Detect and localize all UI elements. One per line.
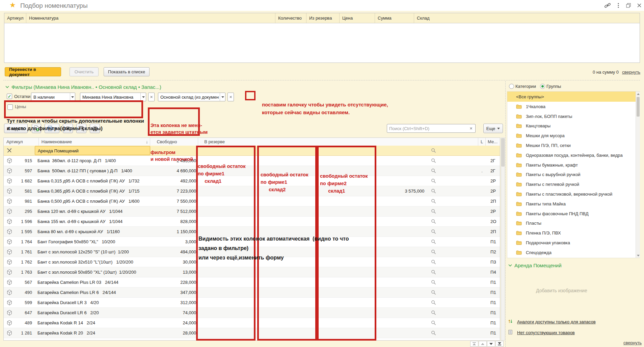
collapse-bottom-link[interactable]: свернуть	[623, 340, 642, 345]
group-item[interactable]: Мешки для мусора	[507, 131, 640, 141]
group-item[interactable]: Канцтовары	[507, 121, 640, 131]
person-dropdown-button[interactable]	[140, 93, 146, 101]
warehouse-filter-combo[interactable]	[158, 93, 225, 101]
search-field[interactable]	[389, 126, 465, 131]
group-item[interactable]: Пакеты фасовочные ПНД ПВД	[507, 209, 640, 219]
table-row[interactable]: 981Банка 0,500 д95 А ОСВ с пломбой (Г/К)…	[4, 196, 500, 206]
person-filter-clear-button[interactable]: ✕	[148, 93, 155, 101]
analogs-link[interactable]: Аналоги доступны только для запасов	[517, 319, 596, 324]
restore-window-icon[interactable]	[624, 2, 633, 9]
page-down-button[interactable]	[487, 341, 495, 347]
group-item[interactable]: Пласты	[507, 219, 640, 228]
sort-descending-icon[interactable]: ↓	[146, 139, 148, 146]
table-row[interactable]: 647Батарейка Duracell LR 6 2/2074,000П1	[4, 308, 500, 318]
table-row[interactable]: 581Банка 0,365 д95 А ОСВ с пломбой (Г/К)…	[4, 186, 500, 196]
related-items-link[interactable]: Нет сопутствующих товаров	[517, 330, 575, 335]
magnifier-icon[interactable]	[428, 298, 478, 307]
scroll-down-button[interactable]	[636, 253, 640, 258]
grid-scrollbar[interactable]	[501, 138, 505, 341]
magnifier-icon[interactable]	[428, 166, 478, 176]
magnifier-icon[interactable]	[428, 176, 478, 186]
table-row[interactable]: 490Батарейка Camelion Plus LR 6 24/14434…	[4, 288, 500, 298]
column-header-l[interactable]: L	[478, 138, 486, 146]
person-filter-combo[interactable]	[80, 93, 146, 101]
table-row[interactable]: 1 281Батарейка Kodak R 20 2/2428,000П1	[4, 328, 500, 338]
table-row[interactable]: 915Банка 360мл. d-112 прозр. Д-П 1/4002 …	[4, 156, 500, 166]
pick-column-header-6[interactable]: Сумма	[375, 13, 414, 23]
group-item[interactable]: Зип-лок, БОПП пакеты	[507, 111, 640, 121]
pick-column-header-5[interactable]: Цена	[340, 13, 375, 23]
table-row[interactable]: 489Батарейка Kodak R 14 2/2424,000П1	[4, 318, 500, 328]
all-groups-item[interactable]: <Все группы>	[507, 92, 640, 102]
add-image-placeholder[interactable]: Добавить изображение	[536, 288, 587, 293]
group-item[interactable]: Пакеты с петлевой ручкой	[507, 179, 640, 189]
table-row[interactable]: 1 596Банка 155 мл. d-69 с крышкой АУ 1/1…	[4, 217, 500, 227]
groups-radio[interactable]	[540, 84, 545, 89]
group-item[interactable]: Пленка П/Э, ПВХ	[507, 228, 640, 238]
pick-column-header-2[interactable]: Номенклатура	[26, 13, 275, 23]
column-header-me[interactable]: Ме...	[486, 138, 500, 146]
table-row[interactable]: 1 763Бант с зол.полосой 50x850 "XL" (10ш…	[4, 267, 500, 277]
magnifier-icon[interactable]	[428, 156, 478, 166]
favorite-star-icon[interactable]: ★	[9, 1, 16, 9]
pick-column-header-7[interactable]: Склад	[414, 13, 640, 23]
table-row[interactable]: 1 762Бант с зол.полосой 32x510 "L"(10шт)…	[4, 257, 500, 267]
magnifier-icon[interactable]	[428, 146, 478, 155]
table-row[interactable]: 41Батарейка Kodak R 3 4/40/200480,000П1	[4, 338, 500, 340]
transfer-to-document-button[interactable]: Перенести в документ	[5, 67, 61, 76]
magnifier-icon[interactable]	[428, 318, 478, 328]
clear-button[interactable]: Очистить	[70, 67, 99, 76]
group-item[interactable]: Мешки П/Э, ПП, сетки	[507, 141, 640, 150]
magnifier-icon[interactable]	[428, 257, 478, 267]
go-first-button[interactable]	[470, 341, 478, 347]
table-row[interactable]: 1 682Банка 0,315 д95 А ОСВ с пломбой (Г/…	[4, 176, 500, 186]
scroll-up-button[interactable]	[636, 92, 640, 96]
more-menu-icon[interactable]	[614, 2, 622, 9]
table-row[interactable]: 567Батарейка Camelion Plus LR 03 24/1442…	[4, 277, 500, 288]
magnifier-icon[interactable]	[428, 206, 478, 216]
group-item[interactable]: 1Чкалова	[507, 102, 640, 111]
table-row[interactable]: 295Банка 120 мл. d-69 с крышкой АУ 1/104…	[4, 206, 500, 217]
magnifier-icon[interactable]	[428, 308, 478, 318]
table-row[interactable]: 1 595Банка 80 мл. d-69 с крышкой АУ 1/11…	[4, 227, 500, 237]
magnifier-icon[interactable]	[428, 227, 478, 237]
pick-column-header-1[interactable]: Артикул	[4, 13, 26, 23]
group-item[interactable]: Пакеты с пластиковой, веревочной ручкой	[507, 189, 640, 199]
detail-section-toggle[interactable]: Аренда Помещений	[508, 263, 562, 268]
group-item[interactable]: Пакеты бумажные, крафт	[507, 160, 640, 170]
pick-column-header-3[interactable]: Количество	[275, 13, 306, 23]
table-row[interactable]: Аренда Помещений	[4, 146, 500, 156]
magnifier-icon[interactable]	[428, 247, 478, 257]
availability-dropdown-button[interactable]	[70, 93, 75, 101]
go-last-button[interactable]	[495, 341, 504, 347]
pick-table-body[interactable]	[4, 23, 640, 63]
magnifier-icon[interactable]	[428, 267, 478, 277]
warehouse-filter-clear-button[interactable]: ✕	[227, 93, 234, 101]
table-row[interactable]: 1 761Бант с зол.полосой 12x250 "S" (10 ш…	[4, 247, 500, 257]
magnifier-icon[interactable]	[428, 277, 478, 287]
page-up-button[interactable]	[479, 341, 487, 347]
pick-column-header-4[interactable]: Из резерва	[306, 13, 340, 23]
grid-scrollbar-thumb[interactable]	[501, 138, 505, 167]
magnifier-icon[interactable]	[428, 186, 478, 196]
availability-select[interactable]	[31, 93, 75, 101]
get-link-icon[interactable]	[603, 2, 612, 9]
magnifier-icon[interactable]	[428, 288, 478, 297]
magnifier-icon[interactable]	[428, 237, 478, 247]
group-item[interactable]: Спецодежда	[507, 248, 640, 257]
categories-radio[interactable]	[509, 84, 514, 89]
group-item[interactable]: Пакеты типа Майка	[507, 199, 640, 209]
group-item[interactable]: Пакеты с вырубной ручкой	[507, 170, 640, 180]
table-row[interactable]: 1 764Бант Голография 50x850 "XL" 10/2003…	[4, 237, 500, 247]
table-row[interactable]: 597Банка 500мл. d-112 ПП ( суповая ) Д-П…	[4, 166, 500, 176]
group-item[interactable]: Одноразовая посуда, контейнера, банки, в…	[507, 150, 640, 160]
table-row[interactable]: 599Батарейка Duracell LR 3 4/20312,000П1	[4, 298, 500, 308]
magnifier-icon[interactable]	[428, 217, 478, 226]
warehouse-dropdown-button[interactable]	[220, 93, 225, 101]
leftovers-checkbox[interactable]: ✓	[7, 94, 12, 99]
groups-scrollbar[interactable]	[636, 92, 640, 258]
more-actions-button[interactable]: Еще	[483, 124, 503, 133]
groups-scrollbar-thumb[interactable]	[637, 97, 640, 117]
group-item[interactable]: Подарочная упаковка	[507, 238, 640, 248]
search-clear-button[interactable]: ✕	[467, 124, 476, 133]
